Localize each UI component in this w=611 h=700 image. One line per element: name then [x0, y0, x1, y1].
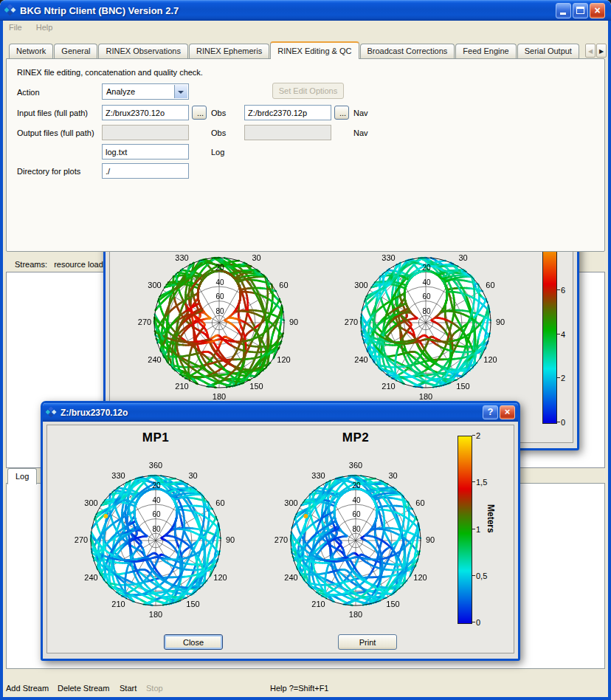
colorbar-tick-mark — [472, 529, 475, 529]
input-obs-tag: Obs — [211, 109, 226, 117]
output-obs-tag: Obs — [211, 128, 226, 137]
colorbar-gradient — [458, 436, 472, 624]
output-nav-field — [244, 125, 331, 140]
colorbar-tick-label: 0 — [476, 618, 480, 627]
bnc-application: BKG Ntrip Client (BNC) Version 2.7 × Fil… — [0, 0, 611, 700]
start-action[interactable]: Start — [120, 684, 137, 693]
output-obs-field — [102, 125, 189, 140]
help-hint: Help ?=Shift+F1 — [270, 684, 329, 693]
rinex-editing-qc-panel: RINEX file editing, concatenation and qu… — [6, 58, 605, 252]
dropdown-arrow-icon[interactable] — [174, 85, 187, 98]
action-selected-value: Analyze — [106, 87, 135, 96]
tab-rinex-ephemeris[interactable]: RINEX Ephemeris — [189, 44, 269, 58]
action-select[interactable]: Analyze — [102, 83, 189, 100]
mp2-plot-title: MP2 — [271, 430, 441, 445]
tab-feed-engine[interactable]: Feed Engine — [455, 44, 516, 58]
minimize-icon — [560, 13, 566, 15]
snr2-skyplot — [341, 238, 511, 408]
colorbar-tick-label: 4 — [561, 330, 565, 339]
delete-stream-action[interactable]: Delete Stream — [58, 684, 109, 693]
tab-rinex-observations[interactable]: RINEX Observations — [98, 44, 187, 58]
maximize-icon — [576, 7, 584, 14]
window-border-left — [0, 21, 3, 697]
menu-file[interactable]: File — [3, 21, 28, 32]
colorbar-tick-label: 0,5 — [476, 572, 487, 580]
colorbar-tick-label: 2 — [561, 374, 565, 382]
colorbar-tick-label: 1 — [476, 525, 480, 534]
colorbar-tick-mark — [557, 377, 560, 378]
colorbar-tick-mark — [472, 622, 475, 622]
tab-broadcast-corrections[interactable]: Broadcast Corrections — [360, 44, 455, 58]
streams-header: Streams: resource load — [15, 260, 103, 269]
snr-colorbar: 86420 — [542, 229, 575, 422]
tab-scroll-left-icon[interactable]: ◀ — [585, 44, 596, 58]
close-button[interactable]: × — [590, 3, 605, 18]
plots-dir-field[interactable] — [102, 163, 189, 179]
stop-action: Stop — [146, 684, 163, 693]
output-files-label: Output files (full path) — [17, 128, 94, 137]
input-files-label: Input files (full path) — [17, 109, 88, 117]
mp1-skyplot — [71, 456, 241, 625]
mp-dialog-body: MP1 MP2 21,510,50 Meters Close Print — [43, 422, 518, 659]
browse-obs-button[interactable]: ... — [192, 106, 207, 120]
colorbar-tick-mark — [472, 481, 475, 482]
log-file-tag: Log — [211, 148, 224, 157]
colorbar-tick-mark — [472, 435, 475, 436]
add-stream-action[interactable]: Add Stream — [6, 684, 49, 693]
colorbar-tick-mark — [557, 334, 560, 334]
mp2-skyplot — [271, 456, 441, 625]
output-nav-tag: Nav — [353, 128, 368, 137]
bnc-dialog-icon — [46, 407, 57, 418]
panel-description: RINEX file editing, concatenation and qu… — [17, 68, 203, 77]
mp-dialog-help-button[interactable]: ? — [483, 405, 498, 419]
input-nav-tag: Nav — [353, 109, 368, 117]
maximize-button[interactable] — [573, 3, 588, 18]
plots-dir-label: Directory for plots — [17, 167, 80, 176]
colorbar-tick-label: 6 — [561, 286, 565, 295]
mp-plot-window: Z:/brux2370.12o ? × MP1 MP2 21,510,50 Me… — [41, 401, 520, 661]
tab-general[interactable]: General — [54, 44, 97, 58]
log-file-field[interactable] — [102, 144, 189, 159]
window-border-right — [608, 21, 611, 697]
action-label: Action — [17, 88, 40, 97]
window-controls: × — [556, 3, 605, 18]
mp1-plot-title: MP1 — [71, 430, 241, 445]
bnc-app-icon — [4, 4, 16, 16]
minimize-button[interactable] — [556, 3, 571, 18]
tab-network[interactable]: Network — [9, 44, 53, 58]
mp-dialog-titlebar[interactable]: Z:/brux2370.12o ? × — [43, 403, 518, 422]
window-title: BKG Ntrip Client (BNC) Version 2.7 — [20, 5, 556, 16]
colorbar-gradient — [542, 229, 557, 424]
mp-close-button[interactable]: Close — [164, 634, 223, 650]
mp-colorbar-axis-label: Meters — [486, 504, 496, 533]
menu-help[interactable]: Help — [30, 21, 59, 32]
colorbar-tick-mark — [557, 289, 560, 290]
colorbar-tick-label: 0 — [561, 418, 565, 427]
window-border-bottom — [0, 697, 611, 700]
mp-dialog-close-button[interactable]: × — [500, 405, 515, 419]
tab-scroll-buttons: ◀ ▶ — [585, 44, 607, 58]
tab-log[interactable]: Log — [7, 468, 37, 484]
colorbar-tick-label: 1,5 — [476, 478, 487, 487]
set-edit-options-button: Set Edit Options — [272, 83, 344, 99]
tab-rinex-editing-qc[interactable]: RINEX Editing & QC — [270, 41, 359, 59]
input-obs-field[interactable] — [102, 105, 189, 120]
menu-bar: File Help — [3, 21, 608, 35]
browse-nav-button[interactable]: ... — [334, 106, 349, 120]
colorbar-tick-mark — [472, 575, 475, 576]
input-nav-field[interactable] — [244, 105, 331, 120]
mp-dialog-title: Z:/brux2370.12o — [61, 408, 481, 418]
colorbar-tick-mark — [557, 422, 560, 422]
tab-serial-output[interactable]: Serial Output — [517, 44, 579, 58]
main-titlebar[interactable]: BKG Ntrip Client (BNC) Version 2.7 × — [0, 0, 611, 21]
snr1-skyplot — [134, 238, 304, 408]
bottom-action-bar: Add Stream Delete Stream Start Stop Help… — [0, 669, 611, 697]
tab-scroll-right-icon[interactable]: ▶ — [596, 44, 607, 58]
tab-bar: Network General RINEX Observations RINEX… — [9, 41, 580, 59]
mp-print-button[interactable]: Print — [338, 634, 397, 650]
colorbar-tick-label: 2 — [476, 431, 480, 440]
